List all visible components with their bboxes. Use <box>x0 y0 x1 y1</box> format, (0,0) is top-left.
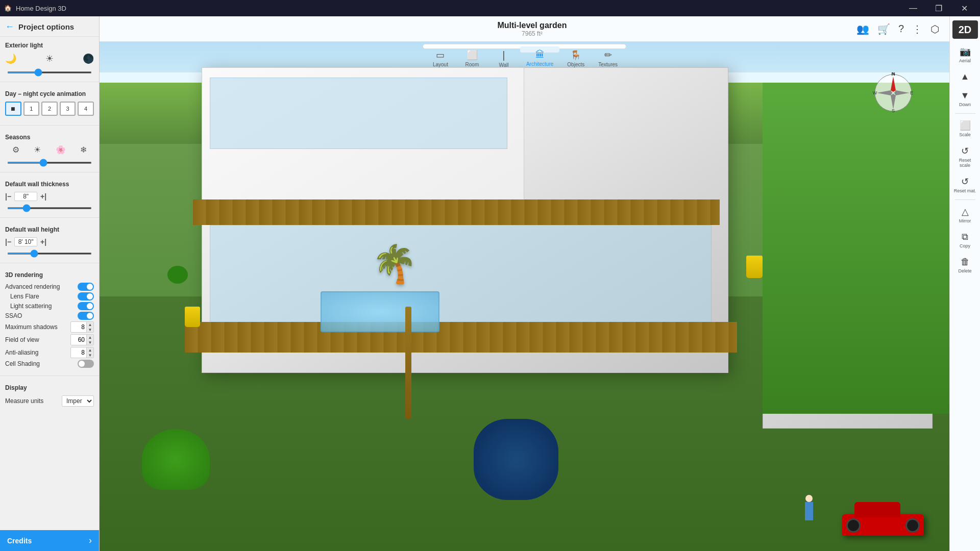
advanced-rendering-toggle[interactable] <box>78 283 94 291</box>
fov-row: Field of view ▲ ▼ <box>5 334 94 345</box>
title-bar: 🏠 Home Design 3D — ❐ ✕ <box>0 0 980 16</box>
antialiasing-up-arrow[interactable]: ▲ <box>86 347 93 353</box>
copy-label: Copy <box>960 243 970 248</box>
cycle-btn-4[interactable]: 4 <box>78 102 94 116</box>
light-scattering-toggle[interactable] <box>78 302 94 310</box>
seasons-label: Seasons <box>5 134 94 141</box>
scene-background[interactable]: 🌴 <box>100 42 949 551</box>
max-shadows-label: Maximum shadows <box>5 323 58 331</box>
wall-height-slider-container <box>5 247 94 257</box>
antialiasing-input[interactable] <box>71 348 86 357</box>
delete-button[interactable]: 🗑 Delete <box>952 254 978 277</box>
pool <box>321 291 439 332</box>
left-bush <box>142 429 210 490</box>
panel-title: Project options <box>18 22 74 31</box>
light-scattering-row: Light scattering <box>5 302 94 310</box>
tab-textures[interactable]: ✏ Textures <box>592 46 624 53</box>
tab-wall-icon: | <box>502 49 505 61</box>
view-2d-button[interactable]: 2D <box>952 20 978 39</box>
tab-architecture-icon: 🏛 <box>535 49 545 60</box>
cycle-buttons-row: ⏹ 1 2 3 4 <box>5 102 94 116</box>
scale-icon: ⬜ <box>960 120 971 131</box>
wall-thickness-section: Default wall thickness |− 8" +| <box>0 176 99 214</box>
exterior-light-slider[interactable] <box>7 71 92 73</box>
light-scattering-slider <box>78 302 94 310</box>
tab-room[interactable]: ⬜ Room <box>457 46 487 53</box>
top-header: Multi-level garden 7965 ft² 👥 🛒 ? ⋮ ⬡ <box>100 16 949 42</box>
svg-text:W: W <box>873 90 877 95</box>
fov-input[interactable] <box>71 335 86 344</box>
view-area[interactable]: Multi-level garden 7965 ft² 👥 🛒 ? ⋮ ⬡ ▭ … <box>100 16 980 551</box>
project-name: Multi-level garden <box>210 21 854 30</box>
cycle-btn-stop[interactable]: ⏹ <box>5 102 21 116</box>
cart-button[interactable]: 🛒 <box>875 21 892 37</box>
reset-mat-button[interactable]: ↺ Reset mat. <box>952 173 978 196</box>
height-plus-icon[interactable]: +| <box>40 238 46 246</box>
more-button[interactable]: ⋮ <box>910 21 924 37</box>
credits-label: Credits <box>7 537 32 545</box>
wall-thickness-label: Default wall thickness <box>5 181 94 188</box>
seasons-slider[interactable] <box>7 162 92 164</box>
cycle-btn-3[interactable]: 3 <box>60 102 76 116</box>
rendering-label: 3D rendering <box>5 271 94 279</box>
yellow-planter <box>185 307 200 327</box>
tab-objects[interactable]: 🪑 Objects <box>560 46 591 53</box>
back-button[interactable]: ← <box>5 21 14 32</box>
home-button[interactable]: ⬡ <box>928 21 941 37</box>
fov-up-arrow[interactable]: ▲ <box>86 335 93 340</box>
copy-button[interactable]: ⧉ Copy <box>952 229 978 252</box>
wall-thickness-slider[interactable] <box>7 207 92 209</box>
height-minus-icon[interactable]: |− <box>5 238 11 246</box>
down-label: Down <box>959 102 971 107</box>
maximize-button[interactable]: ❐ <box>927 0 950 16</box>
wall-height-slider[interactable] <box>7 253 92 255</box>
ssao-toggle[interactable] <box>78 312 94 320</box>
aerial-button[interactable]: 📷 Aerial <box>952 43 978 66</box>
dark-plant <box>474 419 559 500</box>
up-button[interactable]: ▲ <box>952 68 978 85</box>
svg-text:E: E <box>910 90 913 95</box>
max-shadows-input[interactable] <box>71 322 86 332</box>
tab-wall[interactable]: | Wall <box>488 46 519 53</box>
display-label: Display <box>5 384 94 391</box>
scale-button[interactable]: ⬜ Scale <box>952 117 978 140</box>
down-button[interactable]: ▼ Down <box>952 87 978 110</box>
antialiasing-down-arrow[interactable]: ▼ <box>86 353 93 358</box>
thickness-plus-icon[interactable]: +| <box>40 192 46 201</box>
reset-scale-button[interactable]: ↺ Reset scale <box>952 142 978 171</box>
tab-layout-label: Layout <box>433 62 448 67</box>
moon-icon: 🌙 <box>5 53 16 64</box>
measure-units-row: Measure units Imper Metric <box>5 395 94 407</box>
cycle-btn-2[interactable]: 2 <box>41 102 58 116</box>
close-button[interactable]: ✕ <box>952 0 976 16</box>
season-snow-icon[interactable]: ❄ <box>80 145 87 155</box>
svg-text:N: N <box>891 72 895 77</box>
thickness-minus-icon[interactable]: |− <box>5 192 11 201</box>
cycle-btn-1[interactable]: 1 <box>23 102 40 116</box>
fov-down-arrow[interactable]: ▼ <box>86 340 93 345</box>
tab-textures-label: Textures <box>598 62 618 67</box>
tab-architecture[interactable]: 🏛 Architecture <box>520 46 559 53</box>
tab-layout[interactable]: ▭ Layout <box>425 46 456 53</box>
credits-footer[interactable]: Credits › <box>0 530 99 551</box>
help-button[interactable]: ? <box>896 21 906 37</box>
lens-flare-slider <box>78 292 94 300</box>
max-shadows-down-arrow[interactable]: ▼ <box>86 327 93 332</box>
cell-shading-toggle[interactable] <box>78 360 94 368</box>
sun-icon: ☀ <box>45 53 54 64</box>
users-button[interactable]: 👥 <box>854 21 871 37</box>
max-shadows-up-arrow[interactable]: ▲ <box>86 322 93 327</box>
measure-units-select[interactable]: Imper Metric <box>62 395 94 407</box>
minimize-button[interactable]: — <box>901 0 925 16</box>
season-summer-icon[interactable]: ☀ <box>34 145 41 155</box>
tab-room-label: Room <box>465 62 479 67</box>
antialiasing-label: Anti-aliasing <box>5 349 67 356</box>
lens-flare-toggle[interactable] <box>78 292 94 300</box>
tab-textures-icon: ✏ <box>604 49 612 61</box>
season-spring-icon[interactable]: 🌸 <box>56 145 66 155</box>
aerial-camera-icon: 📷 <box>960 46 971 57</box>
season-winter-icon[interactable]: ⚙ <box>12 145 19 155</box>
mirror-button[interactable]: △ Mirror <box>952 203 978 227</box>
max-shadows-input-box: ▲ ▼ <box>70 321 94 333</box>
car-wheel-front <box>846 518 861 533</box>
